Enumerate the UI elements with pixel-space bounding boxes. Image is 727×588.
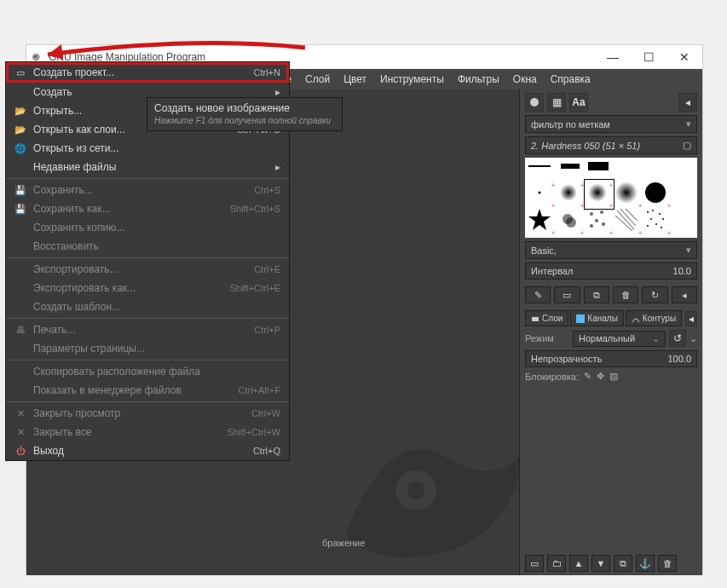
menu-item-close-all[interactable]: ✕Закрыть всеShift+Ctrl+W (6, 423, 289, 441)
mode-switch-icon[interactable]: ↺ (669, 330, 686, 347)
svg-point-15 (566, 217, 576, 228)
brush-new-icon[interactable]: ▭ (554, 286, 580, 303)
menu-item-recent[interactable]: Недавние файлы▸ (6, 158, 289, 176)
svg-line-24 (626, 209, 638, 221)
svg-point-27 (659, 213, 661, 215)
patterns-tab-icon[interactable]: ▦ (547, 93, 566, 112)
svg-point-0 (32, 53, 40, 61)
layer-new-icon[interactable]: ▭ (525, 555, 544, 572)
svg-marker-13 (528, 209, 551, 230)
menu-item-export-as[interactable]: Экспортировать как...Shift+Ctrl+E (6, 279, 289, 297)
obscured-text: бражение (322, 538, 365, 548)
menu-item-create-template[interactable]: Создать шаблон... (6, 297, 289, 316)
svg-point-30 (655, 223, 657, 225)
quit-icon: ⏻ (13, 446, 28, 456)
menu-colors[interactable]: Цвет (337, 70, 373, 89)
menu-item-quit[interactable]: ⏻ВыходCtrl+Q (6, 441, 289, 460)
svg-point-11 (615, 182, 638, 204)
svg-point-17 (600, 210, 603, 214)
mode-select[interactable]: Нормальный⌄ (573, 331, 666, 347)
svg-point-31 (647, 225, 649, 227)
menu-item-save-as[interactable]: 💾Сохранить как...Shift+Ctrl+S (6, 199, 289, 218)
tag-filter-label: фильтр по меткам (531, 119, 610, 130)
submenu-arrow-icon: ▸ (275, 161, 280, 173)
menu-item-export[interactable]: Экспортировать...Ctrl+E (6, 260, 289, 279)
menu-item-show-in-fm[interactable]: Показать в менеджере файловCtrl+Alt+F (6, 381, 289, 400)
minimize-button[interactable]: — (595, 45, 631, 69)
svg-point-4 (530, 98, 539, 107)
menu-item-save-copy[interactable]: Сохранить копию... (6, 218, 289, 237)
menu-item-new[interactable]: ▭ Создать проект... Ctrl+N (6, 62, 289, 83)
menu-help[interactable]: Справка (544, 70, 597, 89)
chevron-down-icon: ▾ (686, 118, 691, 130)
brush-del-icon[interactable]: 🗑 (613, 286, 638, 303)
svg-point-26 (652, 210, 654, 211)
lock-position-icon[interactable]: ✥ (597, 371, 604, 382)
maximize-button[interactable]: ☐ (631, 45, 666, 69)
tab-paths[interactable]: Контуры (626, 310, 682, 326)
layer-down-icon[interactable]: ▼ (591, 555, 610, 572)
svg-rect-34 (576, 314, 585, 323)
svg-point-12 (645, 182, 666, 203)
svg-rect-7 (588, 162, 609, 170)
brush-dup-icon[interactable]: ⧉ (584, 286, 609, 303)
brush-grid[interactable]: + + + + + + + + + + + + + (525, 158, 697, 238)
new-icon: ▭ (13, 67, 28, 78)
menu-layer[interactable]: Слой (298, 70, 337, 89)
lock-alpha-icon[interactable]: ▨ (609, 371, 618, 382)
chevron-down-icon: ▾ (686, 245, 691, 256)
brush-spacing[interactable]: Интервал 10.0 (525, 262, 697, 280)
menu-item-open-location[interactable]: 🌐Открыть из сети... (6, 139, 289, 158)
brush-preset-select[interactable]: Basic,▾ (525, 241, 697, 259)
svg-point-28 (662, 218, 664, 220)
svg-point-3 (407, 481, 425, 499)
svg-point-16 (590, 212, 593, 216)
brush-refresh-icon[interactable]: ↻ (642, 286, 667, 303)
menu-tools[interactable]: Инструменты (373, 70, 451, 89)
menu-item-close-view[interactable]: ✕Закрыть просмотрCtrl+W (6, 404, 289, 423)
submenu-arrow-icon: ▸ (275, 86, 280, 98)
svg-point-19 (602, 222, 605, 226)
tag-filter[interactable]: фильтр по меткам ▾ (525, 115, 697, 133)
dock-menu-icon[interactable]: ◂ (678, 93, 697, 112)
svg-point-10 (587, 182, 608, 203)
close-window-button[interactable]: ✕ (666, 45, 702, 69)
brush-edit-icon[interactable]: ✎ (525, 286, 551, 303)
interval-value: 10.0 (673, 266, 691, 276)
globe-icon: 🌐 (13, 143, 28, 154)
svg-point-32 (661, 227, 662, 228)
lock-row: Блокировка: ✎ ✥ ▨ (525, 371, 697, 382)
tab-layers[interactable]: Слои (525, 310, 568, 326)
dock-menu-icon[interactable]: ◂ (685, 311, 697, 326)
svg-point-18 (595, 219, 598, 222)
menu-item-print[interactable]: 🖶Печать...Ctrl+P (6, 320, 289, 339)
menu-item-page-setup[interactable]: Параметры страницы... (6, 339, 289, 358)
lock-pixels-icon[interactable]: ✎ (584, 371, 591, 382)
brushes-tab-icon[interactable] (525, 93, 544, 112)
close-icon: ✕ (13, 408, 28, 419)
menu-item-revert[interactable]: Восстановить (6, 237, 289, 256)
layer-anchor-icon[interactable]: ⚓ (636, 555, 655, 572)
interval-label: Интервал (531, 266, 673, 276)
tab-channels[interactable]: Каналы (570, 310, 624, 326)
fonts-tab-icon[interactable]: Aa (569, 93, 588, 112)
svg-point-25 (647, 211, 649, 213)
open-layers-icon: 📂 (13, 124, 28, 135)
brush-menu-icon[interactable]: ◂ (672, 286, 697, 303)
menu-windows[interactable]: Окна (506, 70, 544, 89)
layer-del-icon[interactable]: 🗑 (658, 555, 677, 572)
layer-up-icon[interactable]: ▲ (569, 555, 588, 572)
layer-group-icon[interactable]: 🗀 (547, 555, 566, 572)
opacity-label: Непрозрачность (531, 354, 667, 364)
close-all-icon: ✕ (13, 427, 28, 438)
svg-point-8 (539, 192, 541, 194)
right-dock: ▦ Aa ◂ фильтр по меткам ▾ 2. Hardness 05… (519, 89, 702, 575)
menu-item-save[interactable]: 💾Сохранить...Ctrl+S (6, 181, 289, 199)
svg-point-20 (590, 224, 593, 228)
opacity-slider[interactable]: Непрозрачность 100.0 (525, 350, 697, 367)
menu-filters[interactable]: Фильтры (451, 70, 506, 89)
menu-item-copy-location[interactable]: Скопировать расположение файла (6, 362, 289, 381)
svg-line-21 (617, 210, 634, 229)
layer-dup-icon[interactable]: ⧉ (614, 555, 632, 572)
opacity-value: 100.0 (667, 354, 691, 364)
